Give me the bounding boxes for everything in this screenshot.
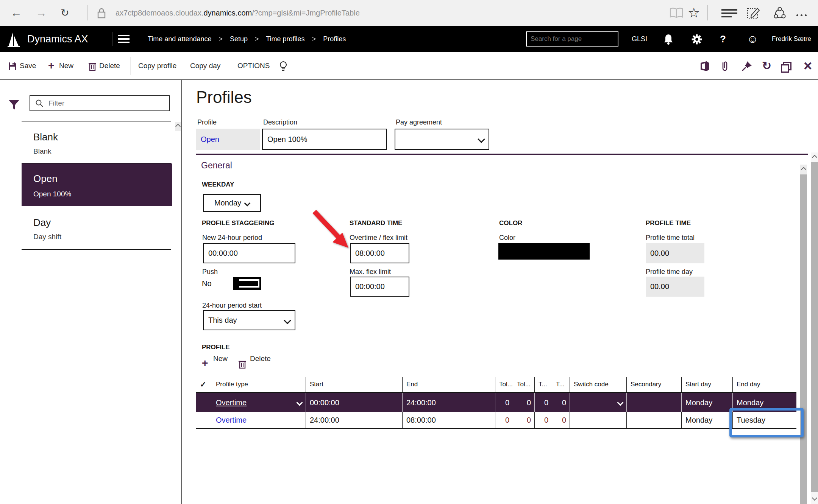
start-cell[interactable]: 24:00:00 (306, 412, 403, 428)
browser-refresh-icon[interactable]: ↻ (61, 0, 69, 26)
tolerance-cell[interactable]: 0 (513, 393, 535, 412)
outer-scroll-up[interactable] (811, 152, 818, 162)
column-header[interactable]: Start day (682, 377, 733, 392)
breadcrumb-item[interactable]: Time profiles (266, 35, 304, 43)
save-button[interactable]: Save (20, 52, 36, 79)
period-start-dropdown[interactable]: This day (203, 310, 295, 330)
office-app-icon[interactable] (699, 61, 710, 72)
outer-scroll-down[interactable] (811, 492, 818, 504)
list-scroll-up[interactable] (175, 122, 181, 131)
weekday-dropdown[interactable]: Monday (203, 194, 261, 212)
browser-forward-icon[interactable]: → (36, 0, 47, 26)
address-bar[interactable]: ax7ctp8demoaos.cloudax.dynamics.com/?cmp… (116, 0, 360, 26)
t-cell[interactable]: 0 (552, 393, 570, 412)
overtime-flex-limit-input[interactable] (350, 243, 409, 263)
breadcrumb-item[interactable]: Profiles (323, 35, 346, 43)
attach-paperclip-icon[interactable] (720, 60, 729, 72)
tolerance-cell[interactable]: 0 (495, 412, 513, 428)
column-header[interactable]: Switch code (570, 377, 627, 392)
section-general[interactable]: General (201, 160, 232, 171)
pane-divider[interactable] (181, 80, 182, 504)
copy-profile-button[interactable]: Copy profile (138, 52, 176, 79)
app-name[interactable]: Dynamics AX (27, 26, 88, 52)
start-day-cell[interactable]: Monday (682, 412, 733, 428)
inner-scroll-up[interactable] (800, 165, 807, 174)
page-search-box[interactable] (526, 31, 618, 47)
secondary-cell[interactable] (627, 412, 682, 428)
weekday-value: Monday (214, 199, 241, 207)
share-icon[interactable] (773, 6, 787, 20)
row-select-cell[interactable] (196, 412, 212, 428)
column-header[interactable]: Tol... (513, 377, 535, 392)
description-input[interactable] (262, 129, 387, 150)
divider (41, 57, 41, 75)
web-note-icon[interactable] (747, 7, 760, 20)
list-item-title: Open (33, 173, 58, 185)
browser-back-icon[interactable]: ← (11, 0, 22, 26)
grid-row-selected[interactable]: Overtime 00:00:00 24:00:00 0 0 0 0 Monda… (196, 393, 796, 412)
close-page-icon[interactable]: × (804, 52, 812, 79)
copy-day-button[interactable]: Copy day (190, 52, 220, 79)
profile-link[interactable]: Open (201, 135, 219, 144)
open-in-new-window-icon[interactable] (781, 64, 789, 73)
page-search-input[interactable] (527, 35, 615, 43)
grid-new-button[interactable]: New (213, 345, 228, 372)
new-24-hour-period-input[interactable] (203, 243, 295, 263)
profile-type-cell[interactable]: Overtime (212, 412, 306, 428)
tolerance-cell[interactable]: 0 (495, 393, 513, 412)
company-picker[interactable]: GLSI (632, 26, 647, 52)
column-header[interactable]: End day (733, 377, 796, 392)
breadcrumb-item[interactable]: Setup (230, 35, 248, 43)
secondary-cell[interactable] (627, 393, 682, 412)
column-header[interactable]: Tol... (495, 377, 513, 392)
column-header[interactable]: T... (552, 377, 570, 392)
favorites-star-icon[interactable]: ☆ (688, 0, 700, 26)
filter-input[interactable] (44, 99, 169, 108)
inner-scrollbar-thumb[interactable] (800, 174, 807, 504)
profile-type-cell[interactable]: Overtime (212, 393, 306, 412)
select-all-check-icon[interactable]: ✓ (196, 377, 212, 392)
max-flex-limit-input[interactable] (350, 277, 409, 297)
options-menu-button[interactable]: OPTIONS (237, 52, 270, 79)
reading-view-icon[interactable] (670, 8, 683, 18)
new-button[interactable]: New (59, 52, 73, 79)
column-header[interactable]: Secondary (627, 377, 682, 392)
filter-funnel-icon[interactable] (8, 100, 20, 110)
column-header[interactable]: End (403, 377, 495, 392)
user-name[interactable]: Fredrik Sætre (772, 26, 811, 52)
grid-delete-button[interactable]: Delete (250, 345, 271, 372)
refresh-icon[interactable]: ↻ (762, 52, 771, 79)
row-select-cell[interactable] (196, 393, 212, 412)
t-cell[interactable]: 0 (535, 412, 552, 428)
outer-scrollbar-thumb[interactable] (811, 162, 818, 492)
tolerance-cell[interactable]: 0 (513, 412, 535, 428)
end-cell[interactable]: 08:00:00 (403, 412, 495, 428)
lightbulb-icon[interactable] (279, 61, 288, 72)
start-day-cell[interactable]: Monday (682, 393, 733, 412)
profile-field[interactable]: Open (196, 129, 260, 150)
settings-gear-icon[interactable] (691, 33, 703, 45)
help-icon[interactable]: ? (720, 26, 726, 52)
column-header[interactable]: Start (306, 377, 403, 392)
pay-agreement-dropdown[interactable] (395, 129, 489, 150)
start-cell[interactable]: 00:00:00 (306, 393, 403, 412)
feedback-smiley-icon[interactable]: ☺ (747, 26, 759, 52)
delete-button[interactable]: Delete (99, 52, 120, 79)
grid-row[interactable]: Overtime 24:00:00 08:00:00 0 0 0 0 Monda… (196, 412, 796, 429)
push-toggle[interactable] (233, 277, 261, 290)
switch-code-cell[interactable] (570, 393, 627, 412)
column-header[interactable]: Profile type (212, 377, 306, 392)
more-options-icon[interactable] (795, 12, 808, 19)
color-swatch[interactable] (498, 243, 590, 260)
column-header[interactable]: T... (535, 377, 552, 392)
list-item-selected[interactable]: Open Open 100% (22, 163, 172, 206)
end-cell[interactable]: 24:00:00 (403, 393, 495, 412)
pin-icon[interactable] (741, 61, 752, 72)
notifications-bell-icon[interactable] (663, 34, 674, 45)
t-cell[interactable]: 0 (552, 412, 570, 428)
breadcrumb-item[interactable]: Time and attendance (148, 35, 211, 43)
t-cell[interactable]: 0 (535, 393, 552, 412)
switch-code-cell[interactable] (570, 412, 627, 428)
list-item[interactable]: Blank Blank (22, 121, 171, 163)
list-item[interactable]: Day Day shift (22, 206, 171, 249)
